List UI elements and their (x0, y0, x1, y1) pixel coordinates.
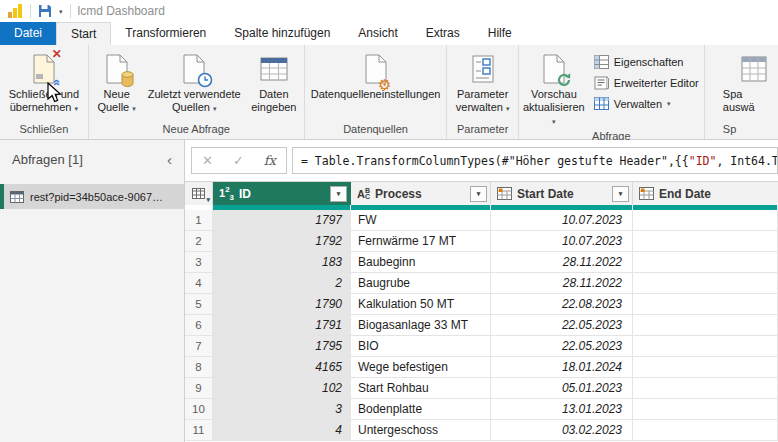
cell-start-date[interactable]: 28.11.2022 (491, 252, 633, 272)
cell-end-date[interactable] (633, 294, 778, 314)
cell-process[interactable]: FW (351, 210, 491, 230)
enter-data-button[interactable]: Daten eingeben (246, 48, 302, 122)
button-label: auswä (723, 101, 755, 114)
tab-extras[interactable]: Extras (412, 22, 474, 45)
row-number[interactable]: 8 (185, 357, 213, 377)
cell-id[interactable]: 1792 (213, 231, 351, 251)
row-number[interactable]: 10 (185, 399, 213, 419)
formula-text: , Int64.Type (716, 154, 778, 168)
column-header-id[interactable]: 123 ID ▾ (213, 182, 351, 205)
cell-id[interactable]: 4165 (213, 357, 351, 377)
select-all-button[interactable]: ▾ (185, 182, 213, 205)
grid-header-row: ▾ 123 ID ▾ ABC Process ▾ (185, 182, 778, 205)
cell-id[interactable]: 2 (213, 273, 351, 293)
cell-process[interactable]: Untergeschoss (351, 420, 491, 440)
save-icon[interactable] (38, 4, 52, 18)
row-number[interactable]: 1 (185, 210, 213, 230)
manage-parameters-button[interactable]: Parameter verwalten ▾ (452, 48, 514, 122)
cell-process[interactable]: Bodenplatte (351, 399, 491, 419)
cell-id[interactable]: 1795 (213, 336, 351, 356)
cell-id[interactable]: 1791 (213, 315, 351, 335)
tab-transformieren[interactable]: Transformieren (111, 22, 220, 45)
cell-end-date[interactable] (633, 357, 778, 377)
cell-id[interactable]: 102 (213, 378, 351, 398)
cell-process[interactable]: Wege befestigen (351, 357, 491, 377)
formula-input[interactable]: = Table.TransformColumnTypes(#"Höher ges… (292, 147, 778, 174)
cell-start-date[interactable]: 28.11.2022 (491, 273, 633, 293)
group-label-schliessen: Schließen (2, 122, 86, 139)
cell-end-date[interactable] (633, 420, 778, 440)
cell-process[interactable]: Baugrube (351, 273, 491, 293)
row-number[interactable]: 6 (185, 315, 213, 335)
fx-icon[interactable]: fx (264, 153, 276, 168)
cell-end-date[interactable] (633, 273, 778, 293)
cell-process[interactable]: Fernwärme 17 MT (351, 231, 491, 251)
cell-start-date[interactable]: 13.01.2023 (491, 399, 633, 419)
cell-id[interactable]: 183 (213, 252, 351, 272)
button-label: Spa (723, 88, 743, 101)
cell-start-date[interactable]: 18.01.2024 (491, 357, 633, 377)
column-header-start-date[interactable]: Start Date ▾ (491, 182, 633, 205)
row-number[interactable]: 3 (185, 252, 213, 272)
properties-button[interactable]: Eigenschaften (589, 51, 704, 72)
choose-columns-button[interactable]: Spa auswä (707, 48, 771, 122)
cell-end-date[interactable] (633, 336, 778, 356)
new-source-icon (105, 50, 129, 88)
tab-datei[interactable]: Datei (0, 22, 56, 45)
tab-start[interactable]: Start (56, 22, 111, 45)
recent-sources-button[interactable]: Zuletzt verwendete Quellen ▾ (143, 48, 246, 122)
cell-start-date[interactable]: 22.08.2023 (491, 294, 633, 314)
row-number[interactable]: 4 (185, 273, 213, 293)
filter-dropdown-button[interactable]: ▾ (330, 186, 347, 202)
cell-process[interactable]: Biogasanlage 33 MT (351, 315, 491, 335)
cell-start-date[interactable]: 22.05.2023 (491, 315, 633, 335)
column-header-process[interactable]: ABC Process ▾ (351, 182, 491, 205)
data-preview-grid: ▾ 123 ID ▾ ABC Process ▾ (185, 181, 778, 442)
query-list-item[interactable]: rest?pid=34b50ace-9067… (0, 184, 184, 209)
refresh-preview-button[interactable]: Vorschau aktualisieren ▾ (519, 48, 589, 129)
cell-id[interactable]: 3 (213, 399, 351, 419)
column-header-end-date[interactable]: End Date (633, 182, 778, 205)
collapse-pane-icon[interactable]: ‹ (167, 151, 172, 168)
group-label-neue-abfrage: Neue Abfrage (91, 122, 302, 139)
manage-button[interactable]: Verwalten ▾ (589, 93, 704, 114)
cell-start-date[interactable]: 22.05.2023 (491, 336, 633, 356)
tab-ansicht[interactable]: Ansicht (344, 22, 411, 45)
advanced-editor-button[interactable]: Erweiterter Editor (589, 72, 704, 93)
cell-end-date[interactable] (633, 252, 778, 272)
cell-process[interactable]: Baubeginn (351, 252, 491, 272)
ribbon-group-spalten: Spa auswä Sp (705, 45, 778, 139)
cell-id[interactable]: 1790 (213, 294, 351, 314)
cell-end-date[interactable] (633, 399, 778, 419)
filter-dropdown-button[interactable]: ▾ (470, 186, 487, 202)
commit-formula-icon[interactable]: ✓ (233, 153, 244, 168)
close-and-apply-button[interactable]: ✕ « Schließen und übernehmen ▾ (5, 48, 83, 122)
data-source-settings-button[interactable]: ⚙ Datenquelleneinstellungen (307, 48, 445, 122)
cell-process[interactable]: Start Rohbau (351, 378, 491, 398)
row-number[interactable]: 11 (185, 420, 213, 440)
new-source-button[interactable]: Neue Quelle ▾ (91, 48, 143, 122)
cell-process[interactable]: Kalkulation 50 MT (351, 294, 491, 314)
cell-start-date[interactable]: 10.07.2023 (491, 210, 633, 230)
quick-access-caret-icon[interactable]: ▾ (59, 8, 63, 15)
row-number[interactable]: 7 (185, 336, 213, 356)
cell-end-date[interactable] (633, 210, 778, 230)
tab-hilfe[interactable]: Hilfe (474, 22, 526, 45)
row-number[interactable]: 5 (185, 294, 213, 314)
cell-id[interactable]: 4 (213, 420, 351, 440)
cell-start-date[interactable]: 03.02.2023 (491, 420, 633, 440)
cell-start-date[interactable]: 10.07.2023 (491, 231, 633, 251)
row-number[interactable]: 2 (185, 231, 213, 251)
cell-end-date[interactable] (633, 315, 778, 335)
tab-spalte-hinzufuegen[interactable]: Spalte hinzufügen (220, 22, 344, 45)
cell-end-date[interactable] (633, 378, 778, 398)
cancel-formula-icon[interactable]: ✕ (202, 153, 213, 168)
cell-process[interactable]: BIO (351, 336, 491, 356)
cell-id[interactable]: 1797 (213, 210, 351, 230)
cell-start-date[interactable]: 05.01.2023 (491, 378, 633, 398)
filter-dropdown-button[interactable]: ▾ (612, 186, 629, 202)
row-number[interactable]: 9 (185, 378, 213, 398)
manage-icon (594, 97, 609, 110)
column-name: End Date (659, 187, 711, 201)
cell-end-date[interactable] (633, 231, 778, 251)
